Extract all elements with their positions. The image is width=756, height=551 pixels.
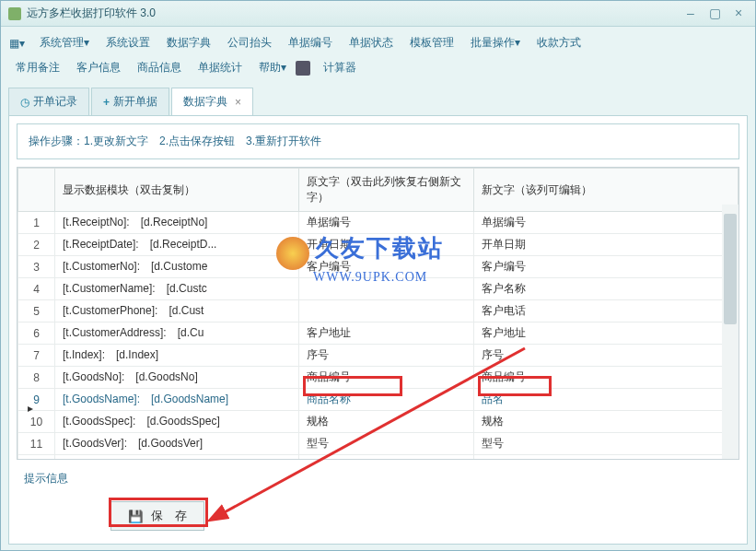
tab-label: 数据字典: [183, 94, 227, 110]
col-header-original[interactable]: 原文字（双击此列恢复右侧新文字）: [299, 169, 474, 212]
menu-receipt-stats[interactable]: 单据统计: [191, 57, 250, 78]
cell-module[interactable]: [t.ReceiptDate]: [d.ReceiptD...: [55, 234, 299, 256]
col-header-module[interactable]: 显示数据模块（双击复制）: [55, 169, 299, 212]
cell-new[interactable]: 型号: [474, 433, 739, 455]
cell-module[interactable]: [t.Index]: [d.Index]: [55, 345, 299, 367]
plus-icon: +: [103, 96, 110, 109]
maximize-button[interactable]: ▢: [705, 6, 724, 21]
menubar: ▦▾ 系统管理▾ 系统设置 数据字典 公司抬头 单据编号 单据状态 模板管理 批…: [1, 27, 755, 84]
cell-module[interactable]: [t.CustomerName]: [d.Custc: [55, 278, 299, 300]
scrollbar-thumb[interactable]: [724, 214, 737, 324]
cell-module[interactable]: [t.CustomerPhone]: [d.Cust: [55, 300, 299, 322]
cell-original[interactable]: 规格: [299, 411, 474, 433]
cell-new[interactable]: 客户编号: [474, 256, 739, 278]
table-row[interactable]: 12[t.GoodsUnit]: [d.GoodsUnit]单位单位: [18, 455, 739, 461]
table-row[interactable]: 8[t.GoodsNo]: [d.GoodsNo]商品编号商品编号: [18, 367, 739, 389]
save-button[interactable]: 💾 保 存: [110, 501, 204, 531]
cell-new[interactable]: 序号: [474, 345, 739, 367]
window-title: 远方多栏收据打印软件 3.0: [27, 6, 681, 21]
cell-new[interactable]: 客户电话: [474, 300, 739, 322]
table-row[interactable]: 9[t.GoodsName]: [d.GoodsName]商品名称品名: [18, 389, 739, 411]
data-dictionary-table: 显示数据模块（双击复制） 原文字（双击此列恢复右侧新文字） 新文字（该列可编辑）…: [17, 168, 739, 460]
tab-data-dictionary[interactable]: 数据字典 ×: [171, 88, 253, 115]
table-row[interactable]: 5[t.CustomerPhone]: [d.Cust客户电话: [18, 300, 739, 322]
vertical-scrollbar[interactable]: [722, 205, 739, 459]
minimize-button[interactable]: –: [681, 6, 700, 21]
cell-module[interactable]: [t.ReceiptNo]: [d.ReceiptNo]: [55, 212, 299, 234]
cell-new[interactable]: 品名: [474, 389, 739, 411]
menu-goods-info[interactable]: 商品信息: [130, 57, 189, 78]
cell-new[interactable]: 客户地址: [474, 322, 739, 345]
menu-calculator[interactable]: 计算器: [316, 57, 364, 78]
col-header-new[interactable]: 新文字（该列可编辑）: [474, 169, 739, 212]
table-row[interactable]: 1[t.ReceiptNo]: [d.ReceiptNo]单据编号单据编号: [18, 212, 739, 234]
tab-new-receipt[interactable]: + 新开单据: [91, 88, 169, 115]
menu-customer-info[interactable]: 客户信息: [69, 57, 128, 78]
menu-receipt-no[interactable]: 单据编号: [281, 32, 340, 53]
calculator-icon: [296, 61, 310, 76]
table-row[interactable]: 11[t.GoodsVer]: [d.GoodsVer]型号型号: [18, 433, 739, 455]
app-icon: [8, 7, 21, 20]
table-row[interactable]: 10[t.GoodsSpec]: [d.GoodsSpec]规格规格: [18, 411, 739, 433]
cell-module[interactable]: [t.GoodsSpec]: [d.GoodsSpec]: [55, 411, 299, 433]
menu-data-dict[interactable]: 数据字典: [159, 32, 218, 53]
row-index: 1: [18, 212, 55, 234]
cell-original[interactable]: 单据编号: [299, 212, 474, 234]
cell-original[interactable]: 开单日期: [299, 234, 474, 256]
tab-receipt-records[interactable]: ◷ 开单记录: [8, 88, 89, 115]
tab-label: 开单记录: [33, 94, 77, 110]
menu-help[interactable]: 帮助▾: [251, 57, 294, 78]
menu-common-notes[interactable]: 常用备注: [8, 57, 67, 78]
grid-icon[interactable]: ▦▾: [8, 35, 25, 52]
menu-receipt-status[interactable]: 单据状态: [342, 32, 401, 53]
cell-new[interactable]: 单据编号: [474, 212, 739, 234]
cell-new[interactable]: 客户名称: [474, 278, 739, 300]
table-row[interactable]: 4[t.CustomerName]: [d.Custc客户名称: [18, 278, 739, 300]
save-icon: 💾: [128, 510, 144, 523]
cell-new[interactable]: 商品编号: [474, 367, 739, 389]
table-row[interactable]: 6[t.CustomerAddress]: [d.Cu客户地址客户地址: [18, 322, 739, 345]
cell-original[interactable]: 序号: [299, 345, 474, 367]
cell-module[interactable]: [t.GoodsVer]: [d.GoodsVer]: [55, 433, 299, 455]
cell-new[interactable]: 规格: [474, 411, 739, 433]
row-index: 10: [18, 411, 55, 433]
cell-original[interactable]: 客户地址: [299, 322, 474, 345]
table-row[interactable]: 7[t.Index]: [d.Index]序号序号: [18, 345, 739, 367]
active-row-marker: ▸: [28, 402, 33, 415]
row-index: 11: [18, 433, 55, 455]
cell-original[interactable]: 商品编号: [299, 367, 474, 389]
cell-original[interactable]: 单位: [299, 455, 474, 461]
col-header-index[interactable]: [18, 169, 55, 212]
menu-template-manage[interactable]: 模板管理: [402, 32, 461, 53]
cell-original[interactable]: 客户编号: [299, 256, 474, 278]
row-index: 3: [18, 256, 55, 278]
menu-system-manage[interactable]: 系统管理▾: [32, 32, 97, 53]
cell-module[interactable]: [t.CustomerAddress]: [d.Cu: [55, 322, 299, 345]
titlebar: 远方多栏收据打印软件 3.0 – ▢ ×: [1, 1, 755, 27]
row-index: 2: [18, 234, 55, 256]
cell-new[interactable]: 开单日期: [474, 234, 739, 256]
cell-new[interactable]: 单位: [474, 455, 739, 461]
tab-close-icon[interactable]: ×: [235, 96, 241, 109]
menu-payment-method[interactable]: 收款方式: [529, 32, 588, 53]
close-button[interactable]: ×: [729, 6, 748, 21]
table-row[interactable]: 3[t.CustomerNo]: [d.Custome客户编号客户编号: [18, 256, 739, 278]
cell-original[interactable]: [299, 278, 474, 300]
cell-original[interactable]: 型号: [299, 433, 474, 455]
cell-module[interactable]: [t.CustomerNo]: [d.Custome: [55, 256, 299, 278]
cell-module[interactable]: [t.GoodsName]: [d.GoodsName]: [55, 389, 299, 411]
operation-steps: 操作步骤：1.更改新文字 2.点击保存按钮 3.重新打开软件: [17, 123, 739, 159]
cell-module[interactable]: [t.GoodsUnit]: [d.GoodsUnit]: [55, 455, 299, 461]
cell-original[interactable]: 商品名称: [299, 389, 474, 411]
menu-company-header[interactable]: 公司抬头: [220, 32, 279, 53]
menu-system-settings[interactable]: 系统设置: [99, 32, 157, 53]
menu-batch-ops[interactable]: 批量操作▾: [463, 32, 528, 53]
cell-module[interactable]: [t.GoodsNo]: [d.GoodsNo]: [55, 367, 299, 389]
tab-label: 新开单据: [113, 94, 157, 110]
content-pane: 操作步骤：1.更改新文字 2.点击保存按钮 3.重新打开软件 显示数据模块（双击…: [8, 115, 748, 545]
hint-label: 提示信息: [17, 467, 739, 490]
table-row[interactable]: 2[t.ReceiptDate]: [d.ReceiptD...开单日期开单日期: [18, 234, 739, 256]
cell-original[interactable]: [299, 300, 474, 322]
row-index: 4: [18, 278, 55, 300]
data-table-container: 显示数据模块（双击复制） 原文字（双击此列恢复右侧新文字） 新文字（该列可编辑）…: [17, 167, 739, 460]
